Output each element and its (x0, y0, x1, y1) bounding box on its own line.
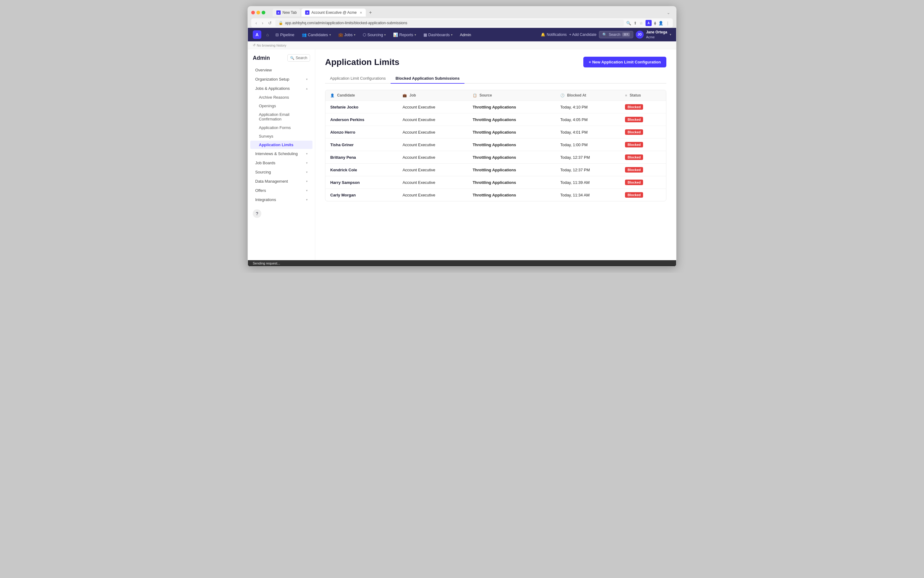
forward-button[interactable]: › (261, 20, 265, 26)
status-badge: Blocked (625, 104, 643, 110)
status-badge: Blocked (625, 142, 643, 148)
inactive-tab[interactable]: A New Tab (273, 8, 300, 16)
table-row[interactable]: Harry Sampson Account Executive Throttli… (325, 176, 666, 189)
history-icon: ↺ (253, 43, 256, 47)
add-candidate-button[interactable]: + Add Candidate (569, 32, 597, 37)
cell-job: Account Executive (398, 176, 468, 189)
col-header-candidate: 👤 Candidate (325, 90, 398, 101)
sourcing-sidebar-chevron: ▾ (306, 170, 308, 174)
status-badge: Blocked (625, 180, 643, 185)
cell-candidate: Brittany Pena (325, 151, 398, 164)
cell-job: Account Executive (398, 126, 468, 138)
active-tab[interactable]: A Account Executive @ Acme ✕ (302, 8, 366, 16)
logo-letter: A (256, 32, 259, 37)
table-row[interactable]: Kendrick Cole Account Executive Throttli… (325, 164, 666, 176)
cell-candidate: Alonzo Herro (325, 126, 398, 138)
sidebar-item-application-limits[interactable]: Application Limits (250, 141, 313, 149)
table-row[interactable]: Carly Morgan Account Executive Throttlin… (325, 189, 666, 201)
cell-source: Throttling Applications (468, 138, 556, 151)
table-row[interactable]: Brittany Pena Account Executive Throttli… (325, 151, 666, 164)
cell-blocked-at: Today, 4:05 PM (556, 114, 620, 126)
data-mgmt-chevron: ▾ (306, 180, 308, 183)
active-tab-favicon: A (305, 10, 310, 15)
job-boards-chevron: ▾ (306, 161, 308, 165)
sidebar-item-org-setup[interactable]: Organization Setup ▾ (250, 75, 313, 84)
app-logo[interactable]: A (253, 30, 261, 39)
tab-limit-configurations[interactable]: Application Limit Configurations (325, 73, 391, 84)
blocked-submissions-table: 👤 Candidate 💼 Job 📋 Source (325, 90, 666, 201)
top-nav: A ⌂ ⊟ Pipeline 👥 Candidates ▾ 💼 Jobs ▾ ⬡… (248, 28, 676, 41)
new-tab-button[interactable]: + (367, 9, 374, 16)
user-avatar[interactable]: JO (636, 31, 644, 39)
sidebar-item-job-boards[interactable]: Job Boards ▾ (250, 158, 313, 167)
sidebar-item-data-management[interactable]: Data Management ▾ (250, 177, 313, 186)
sidebar-item-surveys[interactable]: Surveys (250, 132, 313, 140)
help-button[interactable]: ? (253, 209, 261, 218)
cell-blocked-at: Today, 12:37 PM (556, 164, 620, 176)
search-address-icon[interactable]: 🔍 (626, 21, 631, 26)
cell-source: Throttling Applications (468, 189, 556, 201)
nav-item-dashboards[interactable]: ▦ Dashboards ▾ (420, 31, 456, 39)
home-icon[interactable]: ⌂ (265, 31, 270, 38)
search-icon: 🔍 (602, 32, 607, 37)
cell-job: Account Executive (398, 151, 468, 164)
pipeline-icon: ⊟ (276, 32, 279, 37)
extension-icon[interactable]: A (645, 20, 652, 26)
status-bar: Sending request... (248, 260, 676, 266)
nav-item-reports[interactable]: 📊 Reports ▾ (390, 31, 419, 39)
sidebar-item-interviews-scheduling[interactable]: Interviews & Scheduling ▾ (250, 149, 313, 158)
window-expand-icon[interactable]: ⌄ (667, 10, 673, 15)
sidebar-item-application-forms[interactable]: Application Forms (250, 123, 313, 132)
sidebar-item-jobs-applications[interactable]: Jobs & Applications ▴ (250, 84, 313, 93)
cell-job: Account Executive (398, 114, 468, 126)
reload-button[interactable]: ↺ (267, 20, 273, 26)
org-setup-chevron: ▾ (306, 78, 308, 81)
status-badge: Blocked (625, 167, 643, 172)
sidebar-item-sourcing[interactable]: Sourcing ▾ (250, 168, 313, 177)
sidebar-title: Admin (253, 55, 270, 61)
col-header-status: ≡ Status (620, 90, 666, 101)
blockedat-col-icon: 🕐 (560, 94, 565, 97)
address-bar[interactable]: 🔒 app.ashbyhq.com/admin/application-limi… (276, 19, 624, 26)
tab-close-icon[interactable]: ✕ (360, 11, 362, 15)
cell-status: Blocked (620, 164, 666, 176)
sidebar-item-openings[interactable]: Openings (250, 102, 313, 110)
minimize-dot[interactable] (256, 11, 260, 15)
profile-icon[interactable]: 👤 (658, 21, 663, 26)
user-menu-chevron[interactable]: ▾ (670, 33, 671, 36)
maximize-dot[interactable] (262, 11, 265, 15)
menu-icon[interactable]: ⋮ (666, 21, 670, 26)
sidebar-item-integrations[interactable]: Integrations ▾ (250, 195, 313, 204)
table-row[interactable]: Alonzo Herro Account Executive Throttlin… (325, 126, 666, 138)
sidebar-item-email-confirmation[interactable]: Application Email Confirmation (250, 110, 313, 123)
extensions-icon[interactable]: ⧫ (654, 21, 656, 26)
sidebar-item-offers[interactable]: Offers ▾ (250, 186, 313, 195)
candidate-col-icon: 👤 (330, 94, 334, 97)
table-row[interactable]: Anderson Perkins Account Executive Throt… (325, 114, 666, 126)
sidebar-item-overview[interactable]: Overview (250, 66, 313, 75)
sidebar-item-archive-reasons[interactable]: Archive Reasons (250, 93, 313, 101)
cell-source: Throttling Applications (468, 126, 556, 138)
nav-search-box[interactable]: 🔍 Search ⌘K (599, 31, 633, 38)
sourcing-icon: ⬡ (363, 32, 366, 37)
sidebar-search-button[interactable]: 🔍 Search (287, 54, 310, 62)
nav-item-pipeline[interactable]: ⊟ Pipeline (272, 31, 297, 39)
new-config-button[interactable]: + New Application Limit Configuration (583, 57, 666, 67)
status-col-icon: ≡ (625, 94, 627, 97)
cell-blocked-at: Today, 1:00 PM (556, 138, 620, 151)
table-row[interactable]: Tisha Griner Account Executive Throttlin… (325, 138, 666, 151)
nav-item-admin[interactable]: Admin (457, 31, 474, 39)
share-icon[interactable]: ⬆ (634, 21, 637, 26)
nav-item-sourcing[interactable]: ⬡ Sourcing ▾ (360, 31, 389, 39)
bookmark-icon[interactable]: ☆ (639, 21, 643, 26)
close-dot[interactable] (251, 11, 255, 15)
notifications-button[interactable]: 🔔 Notifications (541, 32, 566, 37)
table-row[interactable]: Stefanie Jocko Account Executive Throttl… (325, 101, 666, 114)
cell-candidate: Anderson Perkins (325, 114, 398, 126)
back-button[interactable]: ‹ (254, 20, 258, 26)
tab-blocked-submissions[interactable]: Blocked Application Submissions (391, 73, 464, 84)
cell-candidate: Kendrick Cole (325, 164, 398, 176)
nav-item-candidates[interactable]: 👥 Candidates ▾ (299, 31, 334, 39)
nav-item-jobs[interactable]: 💼 Jobs ▾ (335, 31, 358, 39)
reports-chevron: ▾ (415, 33, 416, 36)
